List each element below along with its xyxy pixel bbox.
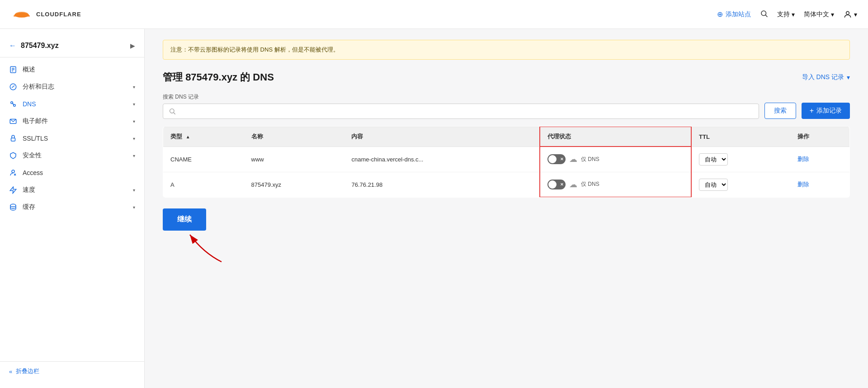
access-icon (9, 169, 17, 177)
col-header-ttl: TTL (691, 127, 790, 147)
dns-table: 类型 ▲ 名称 内容 代理状态 TTL (163, 126, 850, 198)
search-input[interactable] (179, 108, 753, 115)
email-icon (9, 117, 17, 125)
chevron-down-icon: ▾ (133, 205, 135, 210)
import-dns-button[interactable]: 导入 DNS 记录 ▾ (802, 73, 850, 81)
add-site-button[interactable]: ⊕ 添加站点 (717, 10, 751, 19)
sidebar-item-cache[interactable]: 缓存 ▾ (0, 199, 144, 216)
page-title: 管理 875479.xyz 的 DNS (163, 71, 274, 84)
collapse-label: 折叠边栏 (16, 367, 39, 375)
svg-rect-2 (14, 15, 30, 16)
sidebar-item-ssl[interactable]: SSL/TLS ▾ (0, 130, 144, 147)
table-row: CNAME www cname-china.vercel-dns.c... ☁ … (163, 147, 850, 172)
row-content: cname-china.vercel-dns.c... (344, 147, 540, 172)
user-icon (843, 10, 852, 19)
lock-icon (9, 134, 17, 142)
col-header-type[interactable]: 类型 ▲ (163, 127, 244, 147)
back-arrow-icon[interactable]: ← (9, 42, 16, 50)
dns-icon (9, 100, 17, 108)
row-name: www (244, 147, 344, 172)
chevron-down-icon: ▾ (133, 85, 135, 90)
svg-point-12 (14, 104, 16, 107)
sidebar-item-email[interactable]: 电子邮件 ▾ (0, 113, 144, 130)
chevron-down-icon: ▾ (133, 119, 135, 124)
search-row: 搜索 DNS 记录 搜索 + 添加记录 (163, 93, 850, 119)
search-icon (760, 9, 768, 18)
sidebar-domain-header: ← 875479.xyz ▶ (0, 36, 144, 57)
chevron-down-icon: ▾ (133, 136, 135, 141)
sidebar-item-label: 概述 (23, 66, 135, 74)
user-menu[interactable]: ▾ (843, 10, 857, 19)
sidebar-item-label: 分析和日志 (23, 83, 127, 91)
proxy-toggle[interactable] (547, 154, 566, 164)
delete-button[interactable]: 删除 (797, 156, 809, 162)
table-row: A 875479.xyz 76.76.21.98 ☁ 仅 DNS 自 (163, 172, 850, 197)
proxy-toggle[interactable] (547, 180, 566, 189)
sidebar-item-overview[interactable]: 概述 (0, 61, 144, 78)
continue-button[interactable]: 继续 (163, 208, 206, 231)
sort-arrow-icon: ▲ (186, 134, 190, 139)
col-header-content[interactable]: 内容 (344, 127, 540, 147)
chevron-down-icon: ▾ (792, 11, 795, 18)
sidebar-item-speed[interactable]: 速度 ▾ (0, 181, 144, 199)
arrow-annotation (185, 230, 240, 266)
search-icon-button[interactable] (760, 9, 768, 19)
cloud-icon: ☁ (569, 180, 577, 189)
row-proxy-status: ☁ 仅 DNS (540, 147, 691, 172)
chevron-down-icon: ▾ (847, 74, 850, 81)
sidebar-item-security[interactable]: 安全性 ▾ (0, 147, 144, 164)
row-ttl: 自动 (691, 147, 790, 172)
page-layout: ← 875479.xyz ▶ 概述 分析和日志 ▾ DNS ▾ 电子邮件 ▾ S… (0, 29, 868, 388)
cloudflare-logo-icon (11, 7, 33, 22)
notice-text: 注意：不带云形图标的记录将使用 DNS 解析，但是不能被代理。 (170, 46, 339, 53)
row-proxy-status: ☁ 仅 DNS (540, 172, 691, 197)
sidebar-item-dns[interactable]: DNS ▾ (0, 95, 144, 113)
proxy-status-text: 仅 DNS (581, 180, 599, 188)
language-menu[interactable]: 简体中文 ▾ (804, 10, 834, 19)
svg-point-11 (11, 102, 13, 104)
forward-arrow-icon[interactable]: ▶ (130, 42, 135, 49)
delete-button[interactable]: 删除 (797, 181, 809, 188)
search-label: 搜索 DNS 记录 (163, 93, 759, 101)
cache-icon (9, 203, 17, 211)
speed-icon (9, 186, 17, 194)
chevron-down-icon: ▾ (133, 102, 135, 107)
doc-icon (9, 66, 17, 74)
sidebar-item-analytics[interactable]: 分析和日志 ▾ (0, 78, 144, 95)
svg-point-16 (12, 170, 14, 173)
sidebar-item-access[interactable]: Access (0, 164, 144, 181)
top-navigation: CLOUDFLARE ⊕ 添加站点 支持 ▾ 简体中文 ▾ ▾ (0, 0, 868, 29)
search-group: 搜索 DNS 记录 (163, 93, 759, 119)
logo[interactable]: CLOUDFLARE (11, 7, 81, 22)
sidebar-item-label: SSL/TLS (23, 135, 127, 142)
ttl-select[interactable]: 自动 (699, 153, 728, 166)
sidebar-item-label: 缓存 (23, 203, 127, 211)
col-header-proxy-status: 代理状态 (540, 127, 691, 147)
col-header-name[interactable]: 名称 (244, 127, 344, 147)
svg-rect-15 (11, 138, 15, 141)
add-record-button[interactable]: + 添加记录 (802, 103, 850, 119)
svg-point-5 (846, 11, 849, 14)
support-menu[interactable]: 支持 ▾ (777, 10, 795, 19)
main-content: 注意：不带云形图标的记录将使用 DNS 解析，但是不能被代理。 管理 87547… (145, 29, 868, 388)
plus-icon: ⊕ (717, 10, 723, 19)
chevron-down-icon: ▾ (133, 188, 135, 193)
topnav-right: ⊕ 添加站点 支持 ▾ 简体中文 ▾ ▾ (717, 9, 857, 19)
svg-point-18 (170, 109, 174, 113)
collapse-sidebar-button[interactable]: « 折叠边栏 (0, 361, 144, 381)
row-type: A (163, 172, 244, 197)
search-button[interactable]: 搜索 (764, 103, 796, 119)
svg-line-19 (174, 113, 175, 114)
plus-icon: + (810, 107, 814, 115)
chevron-down-icon: ▾ (133, 153, 135, 158)
shield-icon (9, 151, 17, 160)
row-type: CNAME (163, 147, 244, 172)
ttl-select[interactable]: 自动 (699, 179, 728, 191)
sidebar-item-label: DNS (23, 100, 127, 108)
search-input-wrap (163, 104, 759, 119)
section-header: 管理 875479.xyz 的 DNS 导入 DNS 记录 ▾ (163, 71, 850, 84)
chevron-down-icon: ▾ (831, 11, 834, 18)
row-action: 删除 (790, 147, 850, 172)
sidebar-item-label: 速度 (23, 186, 127, 194)
sidebar: ← 875479.xyz ▶ 概述 分析和日志 ▾ DNS ▾ 电子邮件 ▾ S… (0, 29, 145, 388)
